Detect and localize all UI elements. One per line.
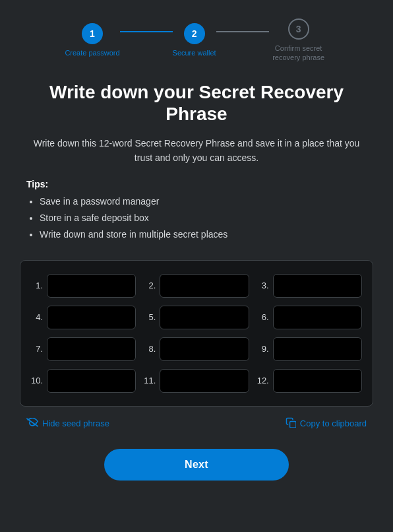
- seed-word-3: [273, 274, 362, 298]
- seed-item-4: 4.: [31, 306, 136, 329]
- seed-number-4: 4.: [31, 312, 43, 322]
- step-1-label: Create password: [65, 48, 119, 57]
- connector-2: [216, 31, 269, 32]
- seed-number-3: 3.: [257, 281, 269, 290]
- seed-item-11: 11.: [144, 369, 249, 393]
- seed-number-9: 9.: [257, 344, 269, 354]
- step-1-number: 1: [90, 28, 95, 39]
- seed-word-7: [47, 337, 136, 361]
- seed-word-2: [160, 274, 249, 298]
- seed-number-2: 2.: [144, 281, 156, 290]
- seed-grid: 1. 2. 3. 4. 5. 6.: [31, 274, 362, 393]
- seed-word-4: [47, 306, 136, 329]
- seed-item-10: 10.: [31, 369, 136, 393]
- seed-word-6: [273, 306, 362, 329]
- step-1-circle: 1: [82, 23, 103, 44]
- seed-word-8: [160, 337, 249, 361]
- seed-number-12: 12.: [257, 376, 269, 385]
- seed-number-8: 8.: [144, 344, 156, 354]
- seed-item-7: 7.: [31, 337, 136, 361]
- tip-2: Store in a safe deposit box: [40, 211, 367, 225]
- seed-item-12: 12.: [257, 369, 362, 393]
- copy-icon: [286, 417, 296, 430]
- seed-grid-container: 1. 2. 3. 4. 5. 6.: [20, 260, 373, 407]
- seed-word-1: [47, 274, 136, 298]
- step-3: 3 Confirm secret recovery phrase: [269, 18, 328, 63]
- seed-item-3: 3.: [257, 274, 362, 298]
- action-row: Hide seed phrase Copy to clipboard: [20, 417, 373, 430]
- svg-rect-0: [289, 421, 295, 427]
- hide-icon: [26, 418, 38, 430]
- step-2-number: 2: [192, 28, 197, 39]
- step-2-circle: 2: [184, 23, 205, 44]
- seed-number-7: 7.: [31, 344, 43, 354]
- seed-number-10: 10.: [31, 376, 43, 385]
- seed-number-1: 1.: [31, 281, 43, 290]
- tips-section: Tips: Save in a password manager Store i…: [20, 179, 373, 244]
- page-subtitle: Write down this 12-word Secret Recovery …: [25, 136, 368, 166]
- connector-1: [120, 31, 173, 32]
- seed-item-2: 2.: [144, 274, 249, 298]
- step-2: 2 Secure wallet: [173, 23, 216, 57]
- hide-seed-phrase-button[interactable]: Hide seed phrase: [26, 418, 109, 430]
- seed-word-5: [160, 306, 249, 329]
- tips-list: Save in a password manager Store in a sa…: [26, 195, 367, 242]
- seed-word-10: [47, 369, 136, 393]
- seed-word-9: [273, 337, 362, 361]
- seed-item-6: 6.: [257, 306, 362, 329]
- seed-item-5: 5.: [144, 306, 249, 329]
- seed-word-12: [273, 369, 362, 393]
- next-button[interactable]: Next: [104, 449, 289, 481]
- tips-title: Tips:: [26, 179, 367, 189]
- seed-number-5: 5.: [144, 312, 156, 322]
- main-container: 1 Create password 2 Secure wallet 3 Conf…: [0, 0, 393, 532]
- tip-1: Save in a password manager: [40, 195, 367, 209]
- hide-seed-label: Hide seed phrase: [42, 418, 109, 428]
- stepper: 1 Create password 2 Secure wallet 3 Conf…: [20, 18, 373, 63]
- page-title: Write down your Secret Recovery Phrase: [20, 81, 373, 125]
- step-3-number: 3: [296, 24, 301, 34]
- seed-item-9: 9.: [257, 337, 362, 361]
- step-2-label: Secure wallet: [173, 48, 216, 57]
- step-3-circle: 3: [288, 18, 309, 40]
- copy-label: Copy to clipboard: [300, 418, 367, 428]
- seed-item-1: 1.: [31, 274, 136, 298]
- step-3-label: Confirm secret recovery phrase: [269, 44, 328, 63]
- seed-number-11: 11.: [144, 376, 156, 385]
- seed-word-11: [160, 369, 249, 393]
- tip-3: Write down and store in multiple secret …: [40, 228, 367, 242]
- seed-item-8: 8.: [144, 337, 249, 361]
- step-1: 1 Create password: [65, 23, 119, 57]
- copy-to-clipboard-button[interactable]: Copy to clipboard: [286, 417, 367, 430]
- seed-number-6: 6.: [257, 312, 269, 322]
